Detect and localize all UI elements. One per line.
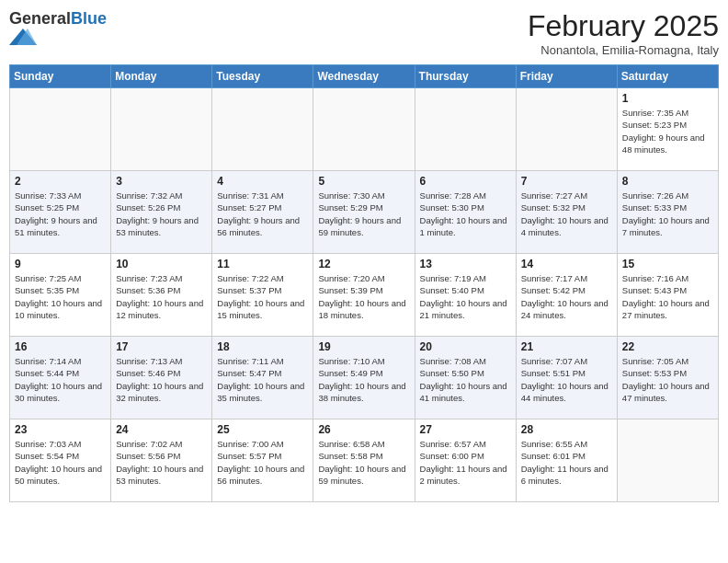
location-subtitle: Nonantola, Emilia-Romagna, Italy: [528, 43, 719, 57]
weekday-saturday: Saturday: [617, 65, 718, 88]
calendar-cell: 16Sunrise: 7:14 AM Sunset: 5:44 PM Dayli…: [10, 337, 111, 419]
day-info: Sunrise: 7:33 AM Sunset: 5:25 PM Dayligh…: [15, 190, 106, 238]
day-number: 1: [622, 92, 713, 105]
calendar-cell: [111, 88, 212, 171]
logo: GeneralBlue: [9, 9, 107, 49]
day-number: 10: [116, 258, 207, 270]
calendar-cell: 13Sunrise: 7:19 AM Sunset: 5:40 PM Dayli…: [415, 254, 516, 337]
day-info: Sunrise: 7:27 AM Sunset: 5:32 PM Dayligh…: [521, 190, 612, 238]
day-info: Sunrise: 7:20 AM Sunset: 5:39 PM Dayligh…: [318, 272, 409, 321]
calendar-cell: [313, 88, 415, 171]
calendar-week-4: 16Sunrise: 7:14 AM Sunset: 5:44 PM Dayli…: [10, 337, 719, 419]
calendar-cell: 20Sunrise: 7:08 AM Sunset: 5:50 PM Dayli…: [415, 337, 516, 419]
calendar-cell: 27Sunrise: 6:57 AM Sunset: 6:00 PM Dayli…: [415, 419, 516, 502]
calendar-cell: 28Sunrise: 6:55 AM Sunset: 6:01 PM Dayli…: [516, 419, 617, 502]
logo-blue: Blue: [71, 9, 107, 28]
day-number: 28: [521, 423, 612, 436]
header: GeneralBlue February 2025 Nonantola, Emi…: [9, 9, 719, 57]
calendar-cell: 6Sunrise: 7:28 AM Sunset: 5:30 PM Daylig…: [415, 171, 516, 254]
calendar-cell: 4Sunrise: 7:31 AM Sunset: 5:27 PM Daylig…: [212, 171, 313, 254]
month-title: February 2025: [528, 9, 719, 43]
calendar-cell: 11Sunrise: 7:22 AM Sunset: 5:37 PM Dayli…: [212, 254, 313, 337]
day-number: 23: [15, 423, 106, 436]
day-info: Sunrise: 6:58 AM Sunset: 5:58 PM Dayligh…: [318, 438, 409, 487]
day-info: Sunrise: 7:19 AM Sunset: 5:40 PM Dayligh…: [420, 272, 511, 321]
day-info: Sunrise: 7:28 AM Sunset: 5:30 PM Dayligh…: [420, 190, 511, 238]
day-number: 15: [622, 258, 713, 270]
day-info: Sunrise: 6:55 AM Sunset: 6:01 PM Dayligh…: [521, 438, 612, 487]
day-info: Sunrise: 7:35 AM Sunset: 5:23 PM Dayligh…: [622, 107, 713, 155]
calendar-cell: 12Sunrise: 7:20 AM Sunset: 5:39 PM Dayli…: [313, 254, 415, 337]
day-number: 4: [217, 175, 308, 188]
calendar-cell: 19Sunrise: 7:10 AM Sunset: 5:49 PM Dayli…: [313, 337, 415, 419]
day-info: Sunrise: 7:11 AM Sunset: 5:47 PM Dayligh…: [217, 355, 308, 404]
calendar-cell: 10Sunrise: 7:23 AM Sunset: 5:36 PM Dayli…: [111, 254, 212, 337]
day-number: 26: [318, 423, 409, 436]
day-info: Sunrise: 7:13 AM Sunset: 5:46 PM Dayligh…: [116, 355, 207, 404]
weekday-thursday: Thursday: [415, 65, 516, 88]
calendar-week-3: 9Sunrise: 7:25 AM Sunset: 5:35 PM Daylig…: [10, 254, 719, 337]
day-info: Sunrise: 7:00 AM Sunset: 5:57 PM Dayligh…: [217, 438, 308, 487]
calendar-cell: [212, 88, 313, 171]
calendar-cell: 23Sunrise: 7:03 AM Sunset: 5:54 PM Dayli…: [10, 419, 111, 502]
calendar-cell: 18Sunrise: 7:11 AM Sunset: 5:47 PM Dayli…: [212, 337, 313, 419]
weekday-sunday: Sunday: [10, 65, 111, 88]
day-info: Sunrise: 7:03 AM Sunset: 5:54 PM Dayligh…: [15, 438, 106, 487]
day-number: 7: [521, 175, 612, 188]
day-info: Sunrise: 7:08 AM Sunset: 5:50 PM Dayligh…: [420, 355, 511, 404]
day-number: 9: [15, 258, 106, 270]
calendar-table: SundayMondayTuesdayWednesdayThursdayFrid…: [9, 64, 719, 502]
logo-text: GeneralBlue: [9, 9, 107, 29]
day-number: 2: [15, 175, 106, 188]
calendar-cell: 26Sunrise: 6:58 AM Sunset: 5:58 PM Dayli…: [313, 419, 415, 502]
title-block: February 2025 Nonantola, Emilia-Romagna,…: [528, 9, 719, 57]
day-number: 27: [420, 423, 511, 436]
day-info: Sunrise: 7:17 AM Sunset: 5:42 PM Dayligh…: [521, 272, 612, 321]
calendar-cell: 15Sunrise: 7:16 AM Sunset: 5:43 PM Dayli…: [617, 254, 718, 337]
day-info: Sunrise: 7:16 AM Sunset: 5:43 PM Dayligh…: [622, 272, 713, 321]
day-number: 13: [420, 258, 511, 270]
weekday-header-row: SundayMondayTuesdayWednesdayThursdayFrid…: [10, 65, 719, 88]
day-number: 20: [420, 340, 511, 353]
day-number: 6: [420, 175, 511, 188]
calendar-cell: 22Sunrise: 7:05 AM Sunset: 5:53 PM Dayli…: [617, 337, 718, 419]
day-number: 19: [318, 340, 409, 353]
page: GeneralBlue February 2025 Nonantola, Emi…: [0, 0, 728, 563]
day-info: Sunrise: 7:25 AM Sunset: 5:35 PM Dayligh…: [15, 272, 106, 321]
day-info: Sunrise: 7:05 AM Sunset: 5:53 PM Dayligh…: [622, 355, 713, 404]
day-info: Sunrise: 7:26 AM Sunset: 5:33 PM Dayligh…: [622, 190, 713, 238]
day-info: Sunrise: 7:14 AM Sunset: 5:44 PM Dayligh…: [15, 355, 106, 404]
weekday-wednesday: Wednesday: [313, 65, 415, 88]
day-number: 17: [116, 340, 207, 353]
day-number: 16: [15, 340, 106, 353]
calendar-cell: 8Sunrise: 7:26 AM Sunset: 5:33 PM Daylig…: [617, 171, 718, 254]
day-number: 8: [622, 175, 713, 188]
calendar-cell: 3Sunrise: 7:32 AM Sunset: 5:26 PM Daylig…: [111, 171, 212, 254]
day-number: 11: [217, 258, 308, 270]
calendar-cell: 2Sunrise: 7:33 AM Sunset: 5:25 PM Daylig…: [10, 171, 111, 254]
day-number: 21: [521, 340, 612, 353]
logo-icon: [9, 29, 37, 45]
calendar-week-5: 23Sunrise: 7:03 AM Sunset: 5:54 PM Dayli…: [10, 419, 719, 502]
day-info: Sunrise: 7:23 AM Sunset: 5:36 PM Dayligh…: [116, 272, 207, 321]
calendar-cell: 17Sunrise: 7:13 AM Sunset: 5:46 PM Dayli…: [111, 337, 212, 419]
calendar-cell: 9Sunrise: 7:25 AM Sunset: 5:35 PM Daylig…: [10, 254, 111, 337]
day-number: 12: [318, 258, 409, 270]
day-number: 18: [217, 340, 308, 353]
calendar-cell: 24Sunrise: 7:02 AM Sunset: 5:56 PM Dayli…: [111, 419, 212, 502]
calendar-cell: [415, 88, 516, 171]
day-info: Sunrise: 7:30 AM Sunset: 5:29 PM Dayligh…: [318, 190, 409, 238]
calendar-week-2: 2Sunrise: 7:33 AM Sunset: 5:25 PM Daylig…: [10, 171, 719, 254]
day-number: 5: [318, 175, 409, 188]
calendar-cell: 7Sunrise: 7:27 AM Sunset: 5:32 PM Daylig…: [516, 171, 617, 254]
day-info: Sunrise: 7:10 AM Sunset: 5:49 PM Dayligh…: [318, 355, 409, 404]
calendar-cell: 5Sunrise: 7:30 AM Sunset: 5:29 PM Daylig…: [313, 171, 415, 254]
calendar-cell: [10, 88, 111, 171]
calendar-cell: 25Sunrise: 7:00 AM Sunset: 5:57 PM Dayli…: [212, 419, 313, 502]
weekday-friday: Friday: [516, 65, 617, 88]
calendar-cell: 21Sunrise: 7:07 AM Sunset: 5:51 PM Dayli…: [516, 337, 617, 419]
day-number: 14: [521, 258, 612, 270]
calendar-cell: 1Sunrise: 7:35 AM Sunset: 5:23 PM Daylig…: [617, 88, 718, 171]
day-info: Sunrise: 6:57 AM Sunset: 6:00 PM Dayligh…: [420, 438, 511, 487]
weekday-monday: Monday: [111, 65, 212, 88]
